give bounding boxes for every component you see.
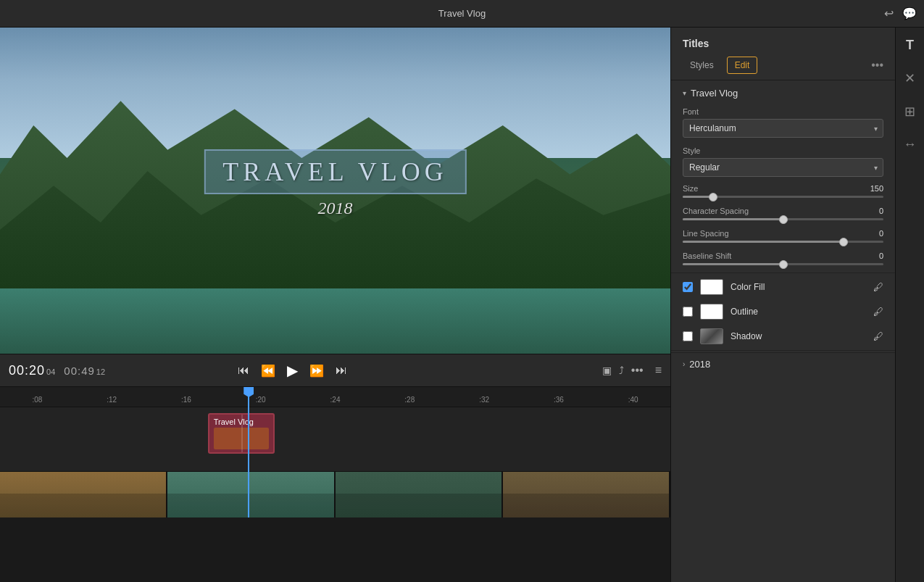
section-travel-vlog[interactable]: ▾ Travel Vlog xyxy=(671,80,895,103)
outline-swatch[interactable] xyxy=(700,304,723,320)
char-spacing-slider-thumb[interactable] xyxy=(779,215,788,224)
divider-2 xyxy=(671,350,895,351)
aspect-ratio-icon[interactable]: ▣ xyxy=(602,365,612,376)
char-spacing-value: 0 xyxy=(879,207,883,215)
skip-forward-button[interactable]: ⏭ xyxy=(331,361,351,380)
strip-people-2 xyxy=(167,494,333,517)
undo-icon[interactable]: ↩ xyxy=(884,7,894,20)
size-value: 150 xyxy=(870,184,883,193)
color-fill-eyedropper[interactable]: 🖋 xyxy=(873,281,883,293)
hamburger-icon[interactable]: ≡ xyxy=(655,364,662,377)
line-spacing-label: Line Spacing xyxy=(683,229,729,238)
outline-label: Outline xyxy=(731,307,866,317)
line-spacing-value: 0 xyxy=(879,229,883,238)
duration-frames: 12 xyxy=(96,367,105,376)
video-title-sub: 2018 xyxy=(204,199,466,218)
left-area: TRAVEL VLOG 2018 00:20 04 00:49 12 ⏮ ⏪ ▶… xyxy=(0,28,670,582)
film-strip-3 xyxy=(336,472,503,517)
outline-eyedropper[interactable]: 🖋 xyxy=(873,306,883,317)
strip-people-3 xyxy=(336,494,501,517)
ruler-mark: :28 xyxy=(372,396,447,407)
line-spacing-slider-thumb[interactable] xyxy=(839,238,848,246)
size-slider-row: Size 150 xyxy=(671,181,895,204)
section-travel-vlog-label: Travel Vlog xyxy=(691,88,738,99)
timeline-area: :08 :12 :16 :20 :24 :28 :32 :36 :40 Trav xyxy=(0,387,670,517)
ruler-mark: :40 xyxy=(596,396,670,407)
font-select[interactable]: Herculanum Arial Times New Roman Helveti… xyxy=(683,119,883,138)
right-section: Titles Styles Edit ••• ▾ Travel Vlog Fon… xyxy=(670,28,924,582)
film-strip-1 xyxy=(0,472,167,517)
shadow-checkbox[interactable] xyxy=(683,331,693,341)
step-forward-button[interactable]: ⏩ xyxy=(305,361,328,381)
skip-back-button[interactable]: ⏮ xyxy=(233,361,254,380)
section-2018[interactable]: › 2018 xyxy=(671,352,895,375)
style-row: Style Regular Bold Italic Bold Italic ▾ xyxy=(671,142,895,181)
outline-checkbox[interactable] xyxy=(683,307,693,317)
size-slider-header: Size 150 xyxy=(683,184,883,193)
transport-controls: ⏮ ⏪ ▶ ⏩ ⏭ xyxy=(233,359,351,382)
divider-1 xyxy=(671,273,895,273)
top-bar-icons: ↩ 💬 xyxy=(884,7,917,20)
ruler-mark: :12 xyxy=(75,396,149,407)
font-label: Font xyxy=(683,107,883,116)
color-fill-swatch[interactable] xyxy=(700,279,723,295)
style-select[interactable]: Regular Bold Italic Bold Italic xyxy=(683,158,883,177)
clip-inner xyxy=(214,428,270,449)
color-fill-row: Color Fill 🖋 xyxy=(671,275,895,299)
tab-edit[interactable]: Edit xyxy=(727,57,758,74)
baseline-shift-value: 0 xyxy=(879,251,883,260)
strip-people-1 xyxy=(0,494,166,517)
char-spacing-slider-fill xyxy=(683,218,783,220)
share-icon[interactable]: ⤴ xyxy=(619,365,624,376)
char-spacing-slider-track[interactable] xyxy=(683,218,883,220)
baseline-shift-slider-row: Baseline Shift 0 xyxy=(671,249,895,271)
baseline-shift-slider-fill xyxy=(683,263,783,265)
video-preview: TRAVEL VLOG 2018 xyxy=(0,28,670,354)
title-clip[interactable]: Travel Vlog xyxy=(208,413,275,454)
more-menu-icon[interactable]: ••• xyxy=(871,59,883,72)
color-fill-checkbox[interactable] xyxy=(683,282,693,292)
titles-icon[interactable]: T xyxy=(902,33,918,57)
clip-label: Travel Vlog xyxy=(214,417,270,426)
baseline-shift-slider-track[interactable] xyxy=(683,263,883,265)
shadow-swatch[interactable] xyxy=(700,328,723,344)
video-title-overlay: TRAVEL VLOG 2018 xyxy=(204,149,466,218)
film-strip-4 xyxy=(503,472,670,517)
timeline-playhead[interactable] xyxy=(248,387,249,517)
baseline-shift-slider-thumb[interactable] xyxy=(779,260,788,269)
panel-title: Titles xyxy=(683,38,883,49)
ruler-mark: :36 xyxy=(521,396,596,407)
outline-row: Outline 🖋 xyxy=(671,299,895,324)
ruler-marks: :08 :12 :16 :20 :24 :28 :32 :36 :40 xyxy=(0,387,670,407)
tab-row: Styles Edit ••• xyxy=(683,57,883,74)
ruler-mark: :24 xyxy=(298,396,372,407)
more-options-icon[interactable]: ••• xyxy=(631,364,644,377)
font-row: Font Herculanum Arial Times New Roman He… xyxy=(671,103,895,142)
transform-icon[interactable]: ↔ xyxy=(899,133,921,157)
ruler-mark: :32 xyxy=(447,396,522,407)
line-spacing-slider-header: Line Spacing 0 xyxy=(683,229,883,238)
titles-panel: Titles Styles Edit ••• ▾ Travel Vlog Fon… xyxy=(670,28,895,582)
style-control: Regular Bold Italic Bold Italic ▾ xyxy=(683,158,883,177)
baseline-shift-slider-header: Baseline Shift 0 xyxy=(683,251,883,260)
shadow-label: Shadow xyxy=(731,331,866,341)
strip-people-4 xyxy=(503,494,669,517)
chat-icon[interactable]: 💬 xyxy=(902,7,917,20)
size-slider-track[interactable] xyxy=(683,196,883,198)
shadow-eyedropper[interactable]: 🖋 xyxy=(873,331,883,342)
ruler-mark: :08 xyxy=(0,396,75,407)
line-spacing-slider-track[interactable] xyxy=(683,241,883,243)
section-2018-label: 2018 xyxy=(689,359,710,370)
tab-styles[interactable]: Styles xyxy=(683,57,721,73)
play-button[interactable]: ▶ xyxy=(283,359,302,382)
section-chevron-down: ▾ xyxy=(683,89,686,97)
section-2018-chevron: › xyxy=(683,360,685,368)
line-spacing-slider-row: Line Spacing 0 xyxy=(671,226,895,249)
grid-icon[interactable]: ⊞ xyxy=(900,99,920,124)
step-back-button[interactable]: ⏪ xyxy=(257,361,280,381)
size-slider-thumb[interactable] xyxy=(709,193,717,201)
char-spacing-slider-row: Character Spacing 0 xyxy=(671,204,895,226)
top-bar: Travel Vlog ↩ 💬 xyxy=(0,0,924,28)
close-icon[interactable]: ✕ xyxy=(900,66,920,91)
timeline-tracks: Travel Vlog xyxy=(0,407,670,471)
